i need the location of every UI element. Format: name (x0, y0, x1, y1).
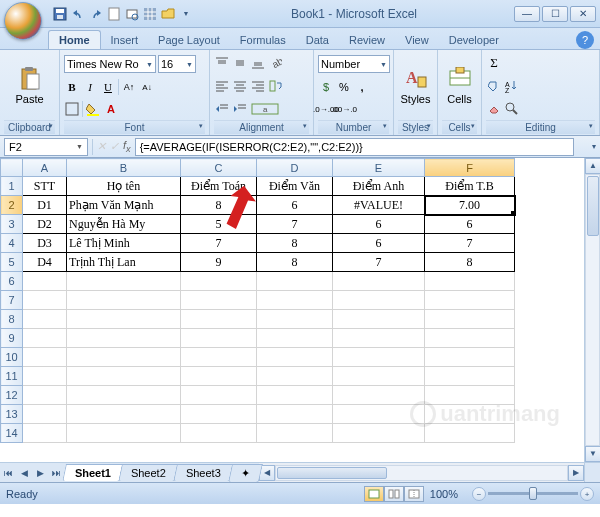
font-name-combo[interactable]: Times New Ro▼ (64, 55, 156, 73)
cell-F7[interactable] (425, 291, 515, 310)
align-left-icon[interactable] (214, 78, 230, 94)
cell-C12[interactable] (181, 386, 257, 405)
cell-E10[interactable] (333, 348, 425, 367)
cell-A11[interactable] (23, 367, 67, 386)
next-sheet-icon[interactable]: ▶ (32, 468, 48, 478)
page-layout-view-icon[interactable] (384, 486, 404, 502)
cell-D8[interactable] (257, 310, 333, 329)
cell-C5[interactable]: 9 (181, 253, 257, 272)
cell-C8[interactable] (181, 310, 257, 329)
row-header-12[interactable]: 12 (1, 386, 23, 405)
tab-home[interactable]: Home (48, 30, 101, 49)
cell-E4[interactable]: 6 (333, 234, 425, 253)
cell-A3[interactable]: D2 (23, 215, 67, 234)
zoom-in-icon[interactable]: + (580, 487, 594, 501)
cell-C13[interactable] (181, 405, 257, 424)
cell-A7[interactable] (23, 291, 67, 310)
fill-icon[interactable] (486, 78, 502, 94)
cell-C14[interactable] (181, 424, 257, 443)
increase-indent-icon[interactable] (232, 101, 248, 117)
undo-icon[interactable] (70, 6, 86, 22)
cell-E7[interactable] (333, 291, 425, 310)
normal-view-icon[interactable] (364, 486, 384, 502)
font-color-icon[interactable]: A (103, 101, 119, 117)
fx-icon[interactable]: fx (123, 139, 131, 154)
cell-D11[interactable] (257, 367, 333, 386)
align-top-icon[interactable] (214, 55, 230, 71)
italic-icon[interactable]: I (82, 79, 98, 95)
cell-A1[interactable]: STT (23, 177, 67, 196)
col-header-C[interactable]: C (181, 159, 257, 177)
cell-B3[interactable]: Nguyễn Hà My (67, 215, 181, 234)
fill-color-icon[interactable] (85, 101, 101, 117)
cell-B7[interactable] (67, 291, 181, 310)
cell-A13[interactable] (23, 405, 67, 424)
cell-E8[interactable] (333, 310, 425, 329)
merge-center-icon[interactable]: a (250, 101, 280, 117)
cell-B13[interactable] (67, 405, 181, 424)
cell-F13[interactable] (425, 405, 515, 424)
cell-A2[interactable]: D1 (23, 196, 67, 215)
cell-A6[interactable] (23, 272, 67, 291)
select-all-corner[interactable] (1, 159, 23, 177)
sheet-tab-1[interactable]: Sheet1 (62, 464, 124, 481)
cell-B6[interactable] (67, 272, 181, 291)
cell-B5[interactable]: Trịnh Thị Lan (67, 253, 181, 272)
cell-B1[interactable]: Họ tên (67, 177, 181, 196)
tab-data[interactable]: Data (296, 31, 339, 49)
save-icon[interactable] (52, 6, 68, 22)
tab-review[interactable]: Review (339, 31, 395, 49)
sort-filter-icon[interactable]: AZ (504, 78, 520, 94)
col-header-B[interactable]: B (67, 159, 181, 177)
cell-E14[interactable] (333, 424, 425, 443)
cell-D9[interactable] (257, 329, 333, 348)
tab-insert[interactable]: Insert (101, 31, 149, 49)
cell-E12[interactable] (333, 386, 425, 405)
cell-D13[interactable] (257, 405, 333, 424)
minimize-button[interactable]: — (514, 6, 540, 22)
wrap-text-icon[interactable] (268, 78, 284, 94)
number-format-combo[interactable]: Number▼ (318, 55, 390, 73)
underline-icon[interactable]: U (100, 79, 116, 95)
cell-D4[interactable]: 8 (257, 234, 333, 253)
cell-F4[interactable]: 7 (425, 234, 515, 253)
percent-icon[interactable]: % (336, 79, 352, 95)
row-header-7[interactable]: 7 (1, 291, 23, 310)
paste-button[interactable]: Paste (4, 65, 55, 107)
tab-developer[interactable]: Developer (439, 31, 509, 49)
cell-C7[interactable] (181, 291, 257, 310)
enter-formula-icon[interactable]: ✓ (110, 140, 119, 153)
find-select-icon[interactable] (504, 101, 520, 117)
cell-B2[interactable]: Phạm Văn Mạnh (67, 196, 181, 215)
scroll-right-icon[interactable]: ▶ (568, 465, 584, 481)
comma-icon[interactable]: , (354, 79, 370, 95)
cell-E11[interactable] (333, 367, 425, 386)
border-icon[interactable] (64, 101, 80, 117)
sheet-tab-3[interactable]: Sheet3 (173, 464, 233, 481)
align-right-icon[interactable] (250, 78, 266, 94)
orientation-icon[interactable]: ab (268, 55, 284, 71)
cell-C6[interactable] (181, 272, 257, 291)
cell-F3[interactable]: 6 (425, 215, 515, 234)
cells-button[interactable]: Cells (442, 65, 477, 107)
clear-icon[interactable] (486, 101, 502, 117)
cell-B10[interactable] (67, 348, 181, 367)
cell-F2[interactable]: 7.00 (425, 196, 515, 215)
row-header-11[interactable]: 11 (1, 367, 23, 386)
row-header-10[interactable]: 10 (1, 348, 23, 367)
maximize-button[interactable]: ☐ (542, 6, 568, 22)
cell-D14[interactable] (257, 424, 333, 443)
cell-D10[interactable] (257, 348, 333, 367)
row-header-6[interactable]: 6 (1, 272, 23, 291)
scroll-up-icon[interactable]: ▲ (585, 158, 600, 174)
office-button[interactable] (4, 2, 42, 40)
row-header-13[interactable]: 13 (1, 405, 23, 424)
close-button[interactable]: ✕ (570, 6, 596, 22)
align-middle-icon[interactable] (232, 55, 248, 71)
open-icon[interactable] (160, 6, 176, 22)
cell-F6[interactable] (425, 272, 515, 291)
decrease-indent-icon[interactable] (214, 101, 230, 117)
currency-icon[interactable]: $ (318, 79, 334, 95)
cell-E3[interactable]: 6 (333, 215, 425, 234)
autosum-icon[interactable]: Σ (486, 55, 502, 71)
